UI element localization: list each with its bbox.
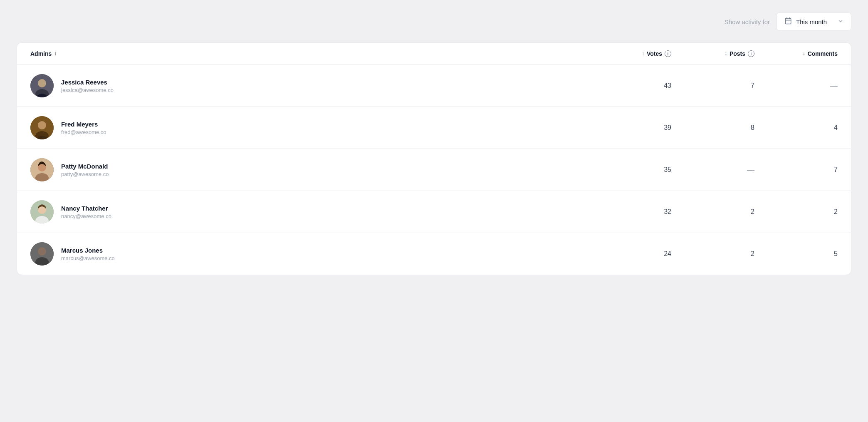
- svg-point-17: [38, 247, 46, 256]
- avatar-nancy: [30, 200, 54, 223]
- sort-icon-admins[interactable]: ↕: [54, 51, 57, 57]
- user-info-marcus: Marcus Jones marcus@awesome.co: [61, 247, 115, 261]
- votes-marcus: 24: [588, 250, 671, 258]
- user-cell-nancy: Nancy Thatcher nancy@awesome.co: [30, 200, 588, 223]
- user-cell-jessica: Jessica Reeves jessica@awesome.co: [30, 74, 588, 97]
- avatar-marcus: [30, 242, 54, 266]
- posts-fred: 8: [671, 124, 754, 132]
- table-header: Admins ↕ ↑ Votes i ↕ Posts i ↓ Comments: [17, 43, 851, 65]
- user-info-patty: Patty McDonald patty@awesome.co: [61, 163, 109, 177]
- votes-jessica: 43: [588, 82, 671, 89]
- user-info-jessica: Jessica Reeves jessica@awesome.co: [61, 79, 114, 93]
- user-cell-patty: Patty McDonald patty@awesome.co: [30, 158, 588, 181]
- col-header-votes: ↑ Votes i: [588, 50, 671, 57]
- comments-jessica: —: [754, 82, 838, 90]
- comments-patty: 7: [754, 166, 838, 174]
- user-info-nancy: Nancy Thatcher nancy@awesome.co: [61, 205, 111, 219]
- posts-nancy: 2: [671, 208, 754, 216]
- calendar-icon: [784, 17, 792, 26]
- info-icon-posts[interactable]: i: [748, 50, 754, 57]
- table-row: Jessica Reeves jessica@awesome.co 43 7 —: [17, 65, 851, 107]
- sort-icon-comments[interactable]: ↓: [803, 51, 805, 57]
- top-bar: Show activity for This month: [17, 12, 851, 31]
- user-cell-marcus: Marcus Jones marcus@awesome.co: [30, 242, 588, 266]
- avatar-patty: [30, 158, 54, 181]
- comments-fred: 4: [754, 124, 838, 132]
- period-selector-inner: This month: [784, 17, 827, 26]
- period-selector[interactable]: This month: [777, 12, 851, 31]
- posts-jessica: 7: [671, 82, 754, 89]
- svg-rect-0: [785, 18, 791, 24]
- table-row: Nancy Thatcher nancy@awesome.co 32 2 2: [17, 191, 851, 233]
- table-row: Fred Meyers fred@awesome.co 39 8 4: [17, 107, 851, 149]
- votes-fred: 39: [588, 124, 671, 132]
- votes-nancy: 32: [588, 208, 671, 216]
- svg-point-8: [38, 121, 46, 129]
- avatar-jessica: [30, 74, 54, 97]
- posts-marcus: 2: [671, 250, 754, 258]
- col-header-posts: ↕ Posts i: [671, 50, 754, 57]
- sort-icon-posts[interactable]: ↕: [725, 51, 727, 57]
- posts-patty: —: [671, 166, 754, 174]
- sort-icon-votes[interactable]: ↑: [642, 51, 644, 57]
- avatar-fred: [30, 116, 54, 139]
- user-cell-fred: Fred Meyers fred@awesome.co: [30, 116, 588, 139]
- admins-table: Admins ↕ ↑ Votes i ↕ Posts i ↓ Comments: [17, 42, 851, 275]
- col-header-comments: ↓ Comments: [754, 50, 838, 57]
- info-icon-votes[interactable]: i: [665, 50, 671, 57]
- period-text: This month: [796, 18, 827, 25]
- svg-point-5: [38, 79, 46, 87]
- comments-marcus: 5: [754, 250, 838, 258]
- comments-nancy: 2: [754, 208, 838, 216]
- show-activity-label: Show activity for: [725, 18, 770, 25]
- user-info-fred: Fred Meyers fred@awesome.co: [61, 121, 106, 135]
- chevron-down-icon: [838, 18, 843, 25]
- table-row: Marcus Jones marcus@awesome.co 24 2 5: [17, 233, 851, 275]
- table-row: Patty McDonald patty@awesome.co 35 — 7: [17, 149, 851, 191]
- votes-patty: 35: [588, 166, 671, 174]
- col-header-admins: Admins ↕: [30, 50, 588, 57]
